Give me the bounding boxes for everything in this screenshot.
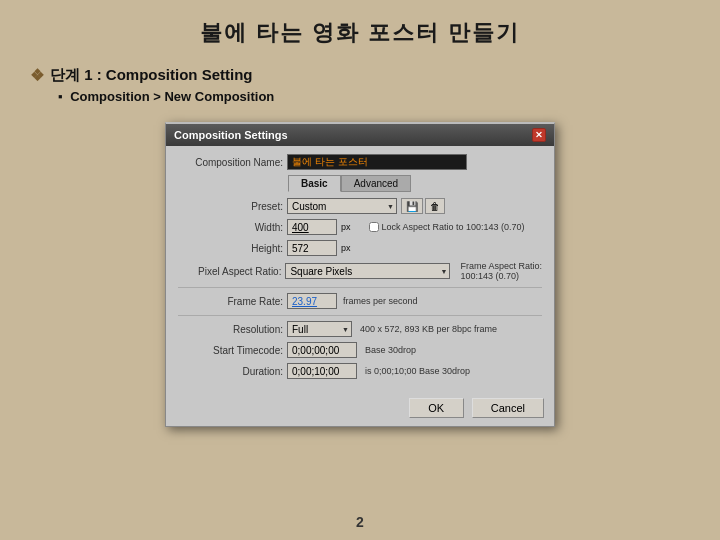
- resolution-info: 400 x 572, 893 KB per 8bpc frame: [360, 324, 497, 334]
- preset-delete-btn[interactable]: 🗑: [425, 198, 445, 214]
- duration-label: Duration:: [178, 366, 283, 377]
- resolution-row: Resolution: Full Half Quarter 400 x 572,…: [178, 321, 542, 337]
- resolution-select-wrapper: Full Half Quarter: [287, 321, 352, 337]
- dialog-footer: OK Cancel: [166, 392, 554, 426]
- tab-basic[interactable]: Basic: [288, 175, 341, 192]
- pixel-aspect-row: Pixel Aspect Ratio: Square Pixels D1/DV …: [178, 261, 542, 281]
- dialog-close-button[interactable]: ✕: [532, 128, 546, 142]
- tab-advanced[interactable]: Advanced: [341, 175, 411, 192]
- preset-buttons: 💾 🗑: [401, 198, 445, 214]
- resolution-select[interactable]: Full Half Quarter: [287, 321, 352, 337]
- preset-select-wrapper: Custom NTSC DV PAL DV: [287, 198, 397, 214]
- start-timecode-label: Start Timecode:: [178, 345, 283, 356]
- page-number: 2: [0, 514, 720, 530]
- composition-settings-dialog: Composition Settings ✕ Composition Name:…: [165, 122, 555, 427]
- preset-row: Preset: Custom NTSC DV PAL DV 💾 🗑: [178, 198, 542, 214]
- step1-sub: ▪ Composition > New Composition: [30, 89, 690, 104]
- composition-name-row: Composition Name:: [178, 154, 542, 170]
- ok-button[interactable]: OK: [409, 398, 464, 418]
- duration-input[interactable]: [287, 363, 357, 379]
- divider: [178, 287, 542, 288]
- lock-aspect-area: Lock Aspect Ratio to 100:143 (0.70): [369, 222, 525, 232]
- pixel-aspect-select[interactable]: Square Pixels D1/DV NTSC (0.91) D1/DV PA…: [285, 263, 450, 279]
- height-label: Height:: [178, 243, 283, 254]
- composition-name-label: Composition Name:: [178, 157, 283, 168]
- dialog-titlebar: Composition Settings ✕: [166, 124, 554, 146]
- preset-label: Preset:: [178, 201, 283, 212]
- step-header: ❖ 단계 1 : Composition Setting: [30, 66, 690, 85]
- cancel-button[interactable]: Cancel: [472, 398, 544, 418]
- preset-save-btn[interactable]: 💾: [401, 198, 423, 214]
- divider2: [178, 315, 542, 316]
- frame-rate-row: Frame Rate: frames per second: [178, 293, 542, 309]
- duration-row: Duration: is 0;00;10;00 Base 30drop: [178, 363, 542, 379]
- height-input[interactable]: [287, 240, 337, 256]
- width-label: Width:: [178, 222, 283, 233]
- height-row: Height: px: [178, 240, 542, 256]
- start-timecode-info: Base 30drop: [365, 345, 416, 355]
- duration-info: is 0;00;10;00 Base 30drop: [365, 366, 470, 376]
- width-unit: px: [341, 222, 351, 232]
- bullet-icon: ▪: [58, 89, 63, 104]
- frame-rate-unit: frames per second: [343, 296, 418, 306]
- diamond-icon: ❖: [30, 66, 44, 85]
- start-timecode-input[interactable]: [287, 342, 357, 358]
- width-row: Width: px Lock Aspect Ratio to 100:143 (…: [178, 219, 542, 235]
- frame-rate-input[interactable]: [287, 293, 337, 309]
- composition-name-input[interactable]: [287, 154, 467, 170]
- step1-sub-text: Composition > New Composition: [70, 89, 274, 104]
- dialog-area: Composition Settings ✕ Composition Name:…: [0, 114, 720, 427]
- frame-aspect-value: 100:143 (0.70): [460, 271, 519, 281]
- resolution-label: Resolution:: [178, 324, 283, 335]
- frame-aspect-label: Frame Aspect Ratio: 100:143 (0.70): [460, 261, 542, 281]
- step1-label: 단계 1 : Composition Setting: [50, 66, 253, 85]
- step-section: ❖ 단계 1 : Composition Setting ▪ Compositi…: [0, 58, 720, 104]
- frame-rate-label: Frame Rate:: [178, 296, 283, 307]
- dialog-body: Composition Name: Basic Advanced Preset:…: [166, 146, 554, 392]
- pixel-aspect-select-wrapper: Square Pixels D1/DV NTSC (0.91) D1/DV PA…: [285, 263, 450, 279]
- height-unit: px: [341, 243, 351, 253]
- start-timecode-row: Start Timecode: Base 30drop: [178, 342, 542, 358]
- tabs-row: Basic Advanced: [288, 175, 542, 192]
- pixel-aspect-label: Pixel Aspect Ratio:: [178, 266, 281, 277]
- dialog-title: Composition Settings: [174, 129, 288, 141]
- page-title: 불에 타는 영화 포스터 만들기: [0, 0, 720, 58]
- preset-select[interactable]: Custom NTSC DV PAL DV: [287, 198, 397, 214]
- lock-aspect-checkbox[interactable]: [369, 222, 379, 232]
- lock-aspect-label: Lock Aspect Ratio to 100:143 (0.70): [382, 222, 525, 232]
- width-input[interactable]: [287, 219, 337, 235]
